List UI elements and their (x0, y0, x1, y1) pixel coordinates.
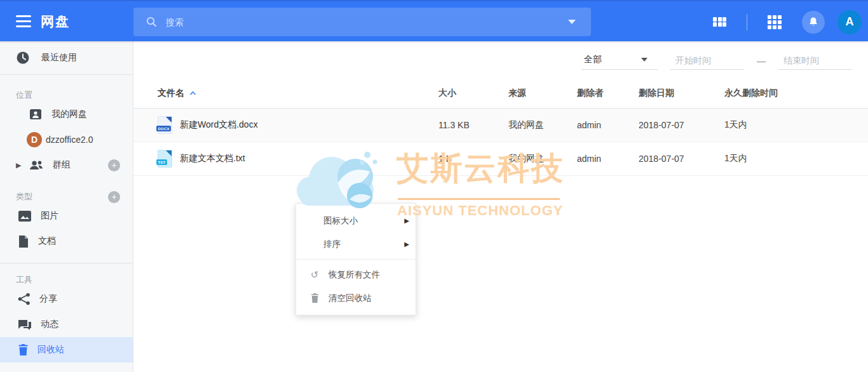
sidebar-divider (0, 74, 133, 75)
clock-icon (16, 51, 30, 65)
sidebar-item-images[interactable]: 图片 (0, 203, 133, 229)
menu-item-restore-all[interactable]: ↺ 恢复所有文件 (296, 263, 416, 286)
document-icon (18, 235, 29, 248)
sidebar-item-dzzoffice[interactable]: D dzzoffice2.0 (0, 127, 133, 152)
search-input[interactable] (166, 17, 568, 27)
column-header-name[interactable]: 文件名 (158, 88, 438, 99)
menu-item-icon-size[interactable]: 图标大小 ▶ (296, 209, 416, 232)
sidebar-item-recycle-bin[interactable]: 回收站 (0, 337, 133, 362)
sidebar-item-documents[interactable]: 文档 (0, 229, 133, 254)
column-header-source[interactable]: 来源 (508, 88, 577, 99)
filter-bar: 全部 — (581, 50, 852, 70)
share-icon (18, 293, 31, 305)
table-row[interactable]: DOCX 新建Word文档.docx 11.3 KB 我的网盘 admin 20… (133, 109, 868, 142)
app-title: 网盘 (41, 13, 70, 30)
start-date-input[interactable] (670, 51, 744, 70)
file-source-cell: 我的网盘 (508, 119, 577, 131)
groups-icon (29, 159, 44, 171)
file-deleter-cell: admin (577, 120, 639, 130)
my-drive-icon (29, 107, 43, 121)
expand-arrow-icon[interactable]: ▶ (16, 161, 21, 169)
add-type-button[interactable]: + (108, 191, 120, 203)
sidebar-item-recent[interactable]: 最近使用 (0, 41, 133, 74)
sidebar-item-share[interactable]: 分享 (0, 286, 133, 312)
file-delete-date-cell: 2018-07-07 (639, 154, 724, 164)
image-icon (18, 210, 32, 222)
menu-icon[interactable] (16, 15, 31, 27)
file-purge-time-cell: 1天内 (724, 119, 868, 131)
type-filter-select[interactable]: 全部 (581, 50, 658, 70)
sidebar-divider (0, 263, 133, 263)
date-range-separator: — (757, 56, 766, 66)
app-header: 网盘 A (0, 0, 868, 41)
layout-grid-icon[interactable] (713, 17, 726, 27)
apps-grid-icon[interactable] (768, 15, 782, 29)
column-header-delete-date[interactable]: 删除日期 (639, 88, 724, 99)
file-name-cell: DOCX 新建Word文档.docx (158, 116, 438, 134)
notifications-button[interactable] (802, 11, 825, 34)
txt-file-icon: TXT (158, 150, 172, 168)
menu-divider (296, 259, 416, 260)
search-bar[interactable] (133, 8, 591, 36)
user-avatar[interactable]: A (837, 10, 862, 34)
file-name-cell: TXT 新建文本文档.txt (158, 150, 438, 168)
menu-item-sort[interactable]: 排序 ▶ (296, 232, 416, 256)
bell-icon (808, 17, 818, 27)
file-delete-date-cell: 2018-07-07 (639, 120, 724, 130)
sidebar: 最近使用 位置 我的网盘 D dzzoffice2.0 ▶ 群组 + 类型 + … (0, 41, 133, 372)
docx-file-icon: DOCX (158, 116, 172, 134)
table-header-row: 文件名 大小 来源 删除者 删除日期 永久删除时间 (133, 78, 868, 109)
file-deleter-cell: admin (577, 154, 639, 164)
file-purge-time-cell: 1天内 (724, 153, 868, 164)
submenu-arrow-icon: ▶ (404, 241, 409, 248)
trash-icon (309, 293, 320, 303)
file-size-cell: 1 B (438, 154, 508, 164)
section-label-tools: 工具 (0, 274, 133, 286)
section-label-type: 类型 + (0, 190, 133, 203)
chat-icon (18, 319, 32, 331)
sidebar-item-activity[interactable]: 动态 (0, 312, 133, 337)
search-icon (146, 17, 157, 27)
context-menu: 图标大小 ▶ 排序 ▶ ↺ 恢复所有文件 清空回收站 (295, 203, 416, 316)
restore-icon: ↺ (309, 269, 320, 281)
search-scope-caret-icon[interactable] (568, 20, 576, 24)
column-header-purge-time[interactable]: 永久删除时间 (724, 88, 868, 99)
column-header-size[interactable]: 大小 (438, 88, 508, 99)
files-table: 文件名 大小 来源 删除者 删除日期 永久删除时间 DOCX 新建Word文档.… (133, 78, 868, 176)
menu-item-empty-recycle-bin[interactable]: 清空回收站 (296, 286, 416, 310)
end-date-input[interactable] (778, 51, 852, 70)
main-content: 全部 — 文件名 大小 来源 删除者 删除日期 永久删除时间 DO (133, 41, 868, 372)
file-source-cell: 我的网盘 (508, 153, 577, 164)
sidebar-item-groups[interactable]: ▶ 群组 + (0, 152, 133, 178)
section-label-location: 位置 (0, 89, 133, 102)
header-divider (747, 14, 747, 30)
table-row[interactable]: TXT 新建文本文档.txt 1 B 我的网盘 admin 2018-07-07… (133, 142, 868, 176)
chevron-down-icon (641, 58, 648, 62)
submenu-arrow-icon: ▶ (404, 217, 409, 224)
sidebar-item-my-drive[interactable]: 我的网盘 (0, 102, 133, 127)
file-size-cell: 11.3 KB (438, 120, 508, 130)
org-avatar: D (27, 132, 42, 147)
column-header-deleter[interactable]: 删除者 (577, 88, 639, 99)
add-group-button[interactable]: + (108, 159, 120, 171)
sort-asc-icon (189, 91, 196, 96)
trash-icon (18, 343, 29, 356)
